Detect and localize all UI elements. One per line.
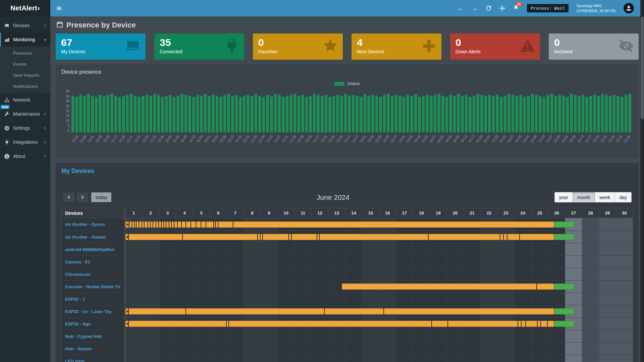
notifications-button[interactable]: 15 bbox=[513, 5, 519, 12]
day-cell bbox=[277, 355, 294, 362]
plug-icon bbox=[4, 140, 10, 145]
presence-bar-recent[interactable] bbox=[554, 234, 574, 240]
device-name-link[interactable]: Hub - Cygnet Hub bbox=[62, 330, 125, 342]
view-month-button[interactable]: month bbox=[573, 192, 595, 202]
stat-card-connected[interactable]: 35Connected bbox=[154, 34, 244, 60]
day-cell bbox=[277, 256, 294, 268]
stat-card-archived[interactable]: 0Archived bbox=[549, 34, 639, 60]
nav-back-icon[interactable]: ← bbox=[458, 5, 464, 11]
stat-card-down-alerts[interactable]: 0Down Alerts bbox=[450, 34, 540, 60]
app-logo[interactable]: NetAlertx bbox=[0, 0, 50, 16]
offline-tick bbox=[257, 234, 258, 240]
device-name-link[interactable]: ESP32 - 1 bbox=[62, 293, 125, 305]
chart-bar bbox=[325, 95, 328, 132]
nav-forward-icon[interactable]: → bbox=[472, 5, 478, 11]
presence-bar-recent[interactable] bbox=[554, 284, 574, 290]
chart-bar bbox=[593, 95, 596, 132]
day-cell bbox=[582, 293, 599, 305]
calendar-title: June 2024 bbox=[112, 193, 554, 201]
device-presence-panel: Device presence Online 4035302520151050 … bbox=[56, 65, 639, 158]
x-tick: 13:08 bbox=[336, 134, 343, 153]
sidebar-item-integrations[interactable]: Integrations bbox=[0, 135, 50, 149]
sidebar-item-monitoring[interactable]: Monitoring bbox=[0, 33, 50, 47]
x-tick: 15:25 bbox=[600, 134, 608, 153]
device-name-link[interactable]: Chromecast bbox=[62, 268, 125, 280]
x-tick-label: 13:37 bbox=[390, 134, 398, 143]
x-tick: 13:05 bbox=[328, 134, 336, 153]
presence-bar-online[interactable] bbox=[125, 321, 554, 327]
day-cell bbox=[176, 268, 193, 280]
x-tick-label: 14:33 bbox=[498, 134, 506, 143]
x-tick-label: 13:48 bbox=[413, 134, 421, 143]
view-week-button[interactable]: week bbox=[595, 192, 615, 202]
x-tick: 14:29 bbox=[491, 134, 499, 153]
chart-bar bbox=[165, 96, 168, 132]
device-name-link[interactable]: android-68608b93a00e4 bbox=[62, 243, 125, 255]
prev-button[interactable] bbox=[63, 192, 75, 202]
sidebar-subitem-events[interactable]: Events bbox=[0, 59, 50, 70]
device-name-link[interactable]: Hub - Xiaomi bbox=[62, 343, 125, 355]
x-tick-label: 13:52 bbox=[421, 134, 429, 143]
sidebar-item-maintenance[interactable]: newMaintenance bbox=[0, 107, 50, 121]
offline-tick bbox=[507, 234, 507, 240]
sidebar-item-about[interactable]: About bbox=[0, 149, 50, 163]
device-name-link[interactable]: Air Purifier - Dyson bbox=[62, 218, 125, 231]
presence-bar-recent[interactable] bbox=[554, 221, 574, 228]
stat-card-favorites[interactable]: 0Favorites bbox=[253, 34, 343, 60]
offline-tick bbox=[503, 234, 504, 240]
device-timeline: Devices123456789101112131415161718192021… bbox=[61, 208, 633, 362]
device-name-link[interactable]: LED strip bbox=[62, 355, 125, 362]
day-cell bbox=[244, 243, 260, 255]
notification-count-badge: 15 bbox=[516, 2, 522, 6]
presence-bar-recent[interactable] bbox=[554, 308, 574, 315]
x-tick: 12:37 bbox=[273, 134, 281, 153]
day-cell bbox=[379, 268, 396, 280]
device-name-link[interactable]: Air Purifier - Xiaomi bbox=[62, 231, 125, 243]
today-button[interactable]: today bbox=[91, 192, 112, 202]
y-tick-label: 30 bbox=[66, 99, 69, 103]
view-year-button[interactable]: year bbox=[554, 192, 573, 202]
presence-bar-online[interactable] bbox=[125, 234, 554, 240]
chart-bar bbox=[625, 95, 628, 132]
refresh-icon[interactable] bbox=[486, 5, 491, 11]
day-cell bbox=[599, 281, 615, 293]
sidebar-item-devices[interactable]: Devices bbox=[0, 18, 50, 33]
device-name-link[interactable]: Camera - E1 bbox=[62, 256, 125, 268]
chart-bar bbox=[519, 95, 522, 132]
offline-tick bbox=[317, 234, 317, 240]
day-cell bbox=[193, 256, 210, 268]
sidebar-subitem-sent-reports[interactable]: Sent Reports bbox=[0, 70, 50, 81]
offline-tick bbox=[161, 221, 162, 228]
presence-bar-recent[interactable] bbox=[554, 321, 574, 327]
stat-card-new-devices[interactable]: 4New Devices bbox=[352, 34, 441, 60]
chart-legend[interactable]: Online bbox=[61, 81, 633, 86]
x-tick-label: 13:45 bbox=[405, 134, 413, 143]
next-button[interactable] bbox=[76, 192, 89, 202]
presence-bar-online[interactable] bbox=[342, 284, 554, 290]
view-day-button[interactable]: day bbox=[615, 192, 632, 202]
x-tick-label: 14:17 bbox=[468, 134, 476, 143]
chart-bar bbox=[453, 96, 456, 132]
day-cell bbox=[261, 281, 277, 293]
sidebar-item-settings[interactable]: Settings bbox=[0, 121, 50, 135]
chart-bar bbox=[512, 95, 515, 132]
sidebar-toggle-button[interactable] bbox=[50, 0, 68, 16]
x-tick-label: 13:01 bbox=[320, 134, 328, 143]
presence-bar-online[interactable] bbox=[125, 308, 554, 315]
device-name-link[interactable]: ESP32 - ttgo bbox=[62, 318, 125, 330]
day-cell bbox=[430, 256, 446, 268]
scrollbar-thumb[interactable] bbox=[641, 17, 644, 119]
scrollbar[interactable] bbox=[640, 0, 644, 362]
day-cell bbox=[142, 281, 159, 293]
presence-bar-online[interactable] bbox=[125, 221, 554, 228]
day-cell bbox=[514, 243, 531, 255]
sidebar-subitem-presence[interactable]: Presence bbox=[0, 48, 50, 59]
day-cell bbox=[176, 281, 193, 293]
sidebar-subitem-notifications[interactable]: Notifications bbox=[0, 81, 50, 92]
device-name-link[interactable]: ESP32 - 1n - Laser Toy bbox=[62, 305, 125, 317]
stat-card-my-devices[interactable]: 67My Devices bbox=[56, 34, 146, 60]
user-avatar[interactable] bbox=[624, 3, 634, 13]
info-icon bbox=[4, 154, 10, 159]
move-icon[interactable] bbox=[499, 5, 505, 11]
device-name-link[interactable]: Console - Nvidia Shield TV bbox=[62, 281, 125, 293]
